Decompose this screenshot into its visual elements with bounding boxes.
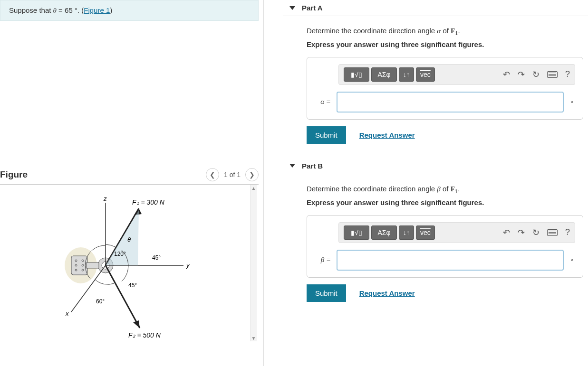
part-a-answer-panel: ▮√▯ ΑΣφ ↓↑ vec ↶ ↷ ↻ ? α = bbox=[307, 57, 583, 120]
vector-button[interactable]: vec bbox=[416, 225, 435, 240]
vector-button[interactable]: vec bbox=[416, 67, 435, 82]
degree-unit: ∘ bbox=[569, 99, 575, 105]
part-b-answer-input[interactable] bbox=[337, 250, 564, 271]
part-b-answer-panel: ▮√▯ ΑΣφ ↓↑ vec ↶ ↷ ↻ ? β = bbox=[307, 215, 583, 278]
figure-title: Figure bbox=[0, 169, 28, 180]
figure-link[interactable]: Figure 1 bbox=[84, 6, 110, 14]
axis-z-label: z bbox=[103, 195, 107, 202]
part-a-submit-button[interactable]: Submit bbox=[307, 126, 346, 144]
figure-prev-button[interactable]: ❮ bbox=[206, 168, 219, 181]
part-a-title: Part A bbox=[302, 4, 323, 12]
figure-theta-label: θ bbox=[127, 236, 131, 243]
svg-line-17 bbox=[106, 265, 140, 328]
part-a-request-answer-link[interactable]: Request Answer bbox=[359, 131, 415, 139]
help-icon[interactable]: ? bbox=[565, 69, 570, 79]
part-b-var-label: β = bbox=[315, 256, 331, 264]
subscript-button[interactable]: ↓↑ bbox=[399, 67, 414, 82]
templates-button[interactable]: ▮√▯ bbox=[344, 225, 369, 240]
svg-marker-18 bbox=[133, 320, 140, 328]
undo-icon[interactable]: ↶ bbox=[503, 69, 510, 80]
axis-x-label: x bbox=[65, 310, 69, 317]
svg-point-5 bbox=[82, 269, 84, 271]
figure-pager-text: 1 of 1 bbox=[224, 171, 241, 178]
scroll-up-icon[interactable]: ▲ bbox=[251, 185, 257, 191]
theta-symbol: θ bbox=[53, 7, 57, 14]
figure-angle-120: 120° bbox=[114, 251, 126, 257]
redo-icon[interactable]: ↷ bbox=[518, 227, 525, 238]
problem-prompt: Suppose that θ = 65 °. (Figure 1) bbox=[0, 0, 259, 21]
undo-icon[interactable]: ↶ bbox=[503, 227, 510, 238]
part-a-question: Determine the coordinate direction angle… bbox=[307, 26, 583, 38]
svg-point-3 bbox=[82, 260, 84, 262]
reset-icon[interactable]: ↻ bbox=[532, 227, 540, 238]
svg-point-7 bbox=[82, 264, 84, 266]
figure-angle-45l: 45° bbox=[128, 282, 137, 289]
keyboard-icon[interactable] bbox=[547, 71, 558, 78]
collapse-icon bbox=[289, 6, 295, 10]
templates-button[interactable]: ▮√▯ bbox=[344, 67, 369, 82]
figure-viewport: z y x bbox=[0, 185, 259, 341]
prompt-period: . ( bbox=[77, 6, 84, 14]
figure-angle-45u: 45° bbox=[152, 254, 161, 261]
scroll-down-icon[interactable]: ▼ bbox=[251, 335, 257, 341]
figure-scrollbar[interactable]: ▲ ▼ bbox=[250, 185, 257, 341]
axis-y-label: y bbox=[186, 262, 190, 269]
part-a-toolbar: ▮√▯ ΑΣφ ↓↑ vec ↶ ↷ ↻ ? bbox=[338, 64, 575, 85]
figure-header: Figure ❮ 1 of 1 ❯ bbox=[0, 168, 259, 185]
part-a-header[interactable]: Part A bbox=[283, 0, 588, 16]
collapse-icon bbox=[289, 164, 295, 168]
part-a-answer-input[interactable] bbox=[337, 92, 564, 113]
figure-angle-60: 60° bbox=[96, 298, 105, 305]
svg-point-2 bbox=[75, 260, 77, 262]
svg-point-6 bbox=[75, 264, 77, 266]
svg-rect-10 bbox=[87, 263, 99, 268]
part-b-title: Part B bbox=[302, 162, 323, 170]
prompt-pre: Suppose that bbox=[9, 6, 53, 14]
figure-pager: ❮ 1 of 1 ❯ bbox=[206, 168, 259, 181]
part-b-question: Determine the coordinate direction angle… bbox=[307, 184, 583, 196]
keyboard-icon[interactable] bbox=[547, 229, 558, 236]
figure-f2-label: F₂ = 500 N bbox=[128, 331, 161, 339]
prompt-eq: = 65 bbox=[57, 6, 75, 14]
part-b-subinstruction: Express your answer using three signific… bbox=[307, 198, 583, 206]
part-b-request-answer-link[interactable]: Request Answer bbox=[359, 289, 415, 297]
subscript-button[interactable]: ↓↑ bbox=[399, 225, 414, 240]
figure-next-button[interactable]: ❯ bbox=[245, 168, 259, 181]
reset-icon[interactable]: ↻ bbox=[532, 69, 540, 80]
svg-point-4 bbox=[75, 269, 77, 271]
degree-unit: ∘ bbox=[569, 257, 575, 263]
prompt-suffix: ) bbox=[110, 6, 112, 14]
part-a-var-label: α = bbox=[315, 98, 331, 106]
part-b-toolbar: ▮√▯ ΑΣφ ↓↑ vec ↶ ↷ ↻ ? bbox=[338, 222, 575, 243]
redo-icon[interactable]: ↷ bbox=[518, 69, 525, 80]
part-b-header[interactable]: Part B bbox=[283, 158, 588, 174]
part-a-subinstruction: Express your answer using three signific… bbox=[307, 40, 583, 48]
part-b-submit-button[interactable]: Submit bbox=[307, 284, 346, 302]
help-icon[interactable]: ? bbox=[565, 227, 570, 237]
figure-f1-label: F₁ = 300 N bbox=[132, 198, 165, 206]
greek-button[interactable]: ΑΣφ bbox=[371, 225, 397, 240]
greek-button[interactable]: ΑΣφ bbox=[371, 67, 397, 82]
figure-diagram: z y x bbox=[0, 185, 259, 341]
